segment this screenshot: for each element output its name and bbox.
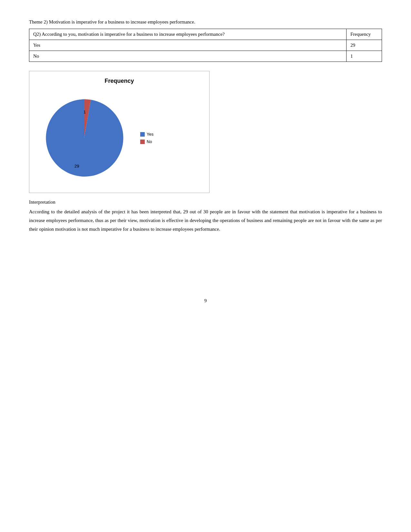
theme-title: Theme 2) Motivation is imperative for a … <box>29 19 382 25</box>
chart-container: Frequency 1 29 <box>29 71 210 193</box>
legend-yes-box <box>140 132 145 137</box>
interpretation-body: According to the detailed analysis of th… <box>29 208 382 234</box>
frequency-header: Frequency <box>347 29 382 40</box>
chart-legend: Yes No <box>140 132 153 144</box>
data-table: Q2) According to you, motivation is impe… <box>29 29 382 62</box>
question-cell: Q2) According to you, motivation is impe… <box>29 29 347 40</box>
legend-no-box <box>140 140 145 144</box>
legend-no: No <box>140 139 153 144</box>
no-label-cell: No <box>29 51 347 62</box>
legend-yes: Yes <box>140 132 153 137</box>
chart-body: 1 29 Yes No <box>36 90 203 186</box>
chart-title: Frequency <box>36 78 203 84</box>
legend-yes-label: Yes <box>147 132 153 137</box>
pie-label-no: 1 <box>83 110 86 114</box>
yes-value-cell: 29 <box>347 40 382 51</box>
yes-label-cell: Yes <box>29 40 347 51</box>
legend-no-label: No <box>147 139 152 144</box>
pie-chart: 1 29 <box>36 90 132 186</box>
interpretation-heading: Interpretation <box>29 199 382 205</box>
page-number: 9 <box>29 298 382 304</box>
pie-label-yes: 29 <box>74 164 79 169</box>
no-value-cell: 1 <box>347 51 382 62</box>
